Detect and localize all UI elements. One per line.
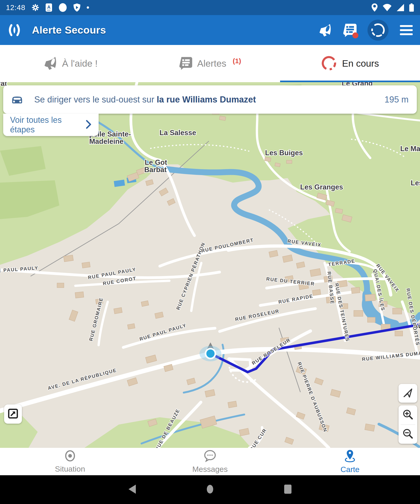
record-icon <box>58 3 67 12</box>
app-title: Alerte Secours <box>32 24 106 36</box>
chevron-right-icon <box>86 120 92 130</box>
notification-badge <box>352 32 358 38</box>
instruction-distance: 195 m <box>384 95 408 105</box>
tab-label: Alertes <box>197 58 226 69</box>
app-bar: Alerte Secours <box>0 15 420 45</box>
spinner-icon[interactable] <box>367 20 389 41</box>
bottom-navigation: Situation Messages Carte <box>0 448 420 475</box>
navigate-arrow-icon <box>402 387 414 400</box>
svg-text:A: A <box>47 5 50 10</box>
signal-icon <box>396 4 404 12</box>
bottom-nav-messages[interactable]: Messages <box>140 448 280 475</box>
situation-target-icon <box>64 450 76 463</box>
active-tab-indicator <box>280 81 420 82</box>
expand-map-button[interactable] <box>4 404 22 424</box>
all-steps-link[interactable]: Voir toutes les étapes <box>3 114 99 136</box>
car-icon <box>11 92 24 107</box>
progress-spinner-icon <box>321 55 337 72</box>
wifi-icon <box>383 4 392 12</box>
bottom-nav-label: Messages <box>192 465 228 474</box>
dot-icon <box>86 6 89 9</box>
screen: 12:48 A <box>0 0 420 504</box>
map[interactable]: Le Grand La Salesse Le Got Barbat pelle … <box>0 82 420 448</box>
svg-text:Barbat: Barbat <box>144 166 167 174</box>
appbar-icons <box>317 20 414 41</box>
tab-label: À l'aide ! <box>62 58 98 69</box>
zoom-out-icon <box>402 427 414 441</box>
autofill-icon: A <box>45 3 52 12</box>
svg-text:Le Got: Le Got <box>145 158 167 166</box>
zoom-in-icon <box>402 408 414 422</box>
instruction-text: Se diriger vers le sud-ouest sur la rue … <box>34 95 256 105</box>
bottom-nav-label: Situation <box>55 464 85 474</box>
gear-icon <box>31 3 40 12</box>
svg-text:Les: Les <box>411 179 420 187</box>
map-canvas: Le Grand La Salesse Le Got Barbat pelle … <box>0 82 420 448</box>
home-icon[interactable] <box>205 484 215 495</box>
tab-a-laide[interactable]: À l'aide ! <box>0 45 140 82</box>
instruction-road: la rue Williams Dumazet <box>156 95 256 104</box>
map-pin-icon <box>344 450 356 463</box>
status-bar: 12:48 A <box>0 0 420 15</box>
megaphone-icon <box>42 56 57 72</box>
tab-label: En cours <box>342 58 379 69</box>
svg-text:Les Buiges: Les Buiges <box>265 149 303 157</box>
zoom-in-button[interactable] <box>399 406 417 425</box>
tab-alertes[interactable]: Alertes (1) <box>140 45 280 82</box>
tab-bar: À l'aide ! Alertes (1) En cours <box>0 45 420 82</box>
status-left: 12:48 A <box>6 3 89 12</box>
status-time: 12:48 <box>6 3 25 12</box>
shield-play-icon <box>73 3 81 12</box>
recenter-compass-button[interactable] <box>399 384 417 403</box>
messages-bubble-icon <box>204 450 216 463</box>
bottom-nav-label: Carte <box>341 465 360 474</box>
expand-icon <box>7 408 19 420</box>
back-icon[interactable] <box>128 484 137 495</box>
alerts-chat-icon <box>179 56 192 71</box>
bottom-nav-carte[interactable]: Carte <box>280 448 420 475</box>
app-logo-icon <box>6 22 22 38</box>
status-right <box>371 3 414 12</box>
tab-alert-count: (1) <box>233 57 241 65</box>
svg-text:La Salesse: La Salesse <box>160 129 196 137</box>
megaphone-icon[interactable] <box>317 23 332 37</box>
navigation-instruction-card: Se diriger vers le sud-ouest sur la rue … <box>3 85 417 114</box>
svg-text:Les Granges: Les Granges <box>300 183 343 191</box>
battery-icon <box>409 3 414 12</box>
zoom-out-button[interactable] <box>399 425 417 444</box>
recents-icon[interactable] <box>283 484 292 495</box>
android-navigation-bar <box>0 475 420 504</box>
bottom-nav-situation[interactable]: Situation <box>0 448 140 475</box>
alerts-chat-icon[interactable] <box>342 23 357 37</box>
tab-en-cours[interactable]: En cours <box>280 45 420 82</box>
steps-label: Voir toutes les étapes <box>10 115 86 134</box>
zoom-controls <box>399 405 417 444</box>
svg-text:Le Marc: Le Marc <box>400 145 420 153</box>
location-pin-icon <box>371 3 378 12</box>
svg-text:Madeleine: Madeleine <box>89 138 124 145</box>
menu-icon[interactable] <box>399 23 414 37</box>
